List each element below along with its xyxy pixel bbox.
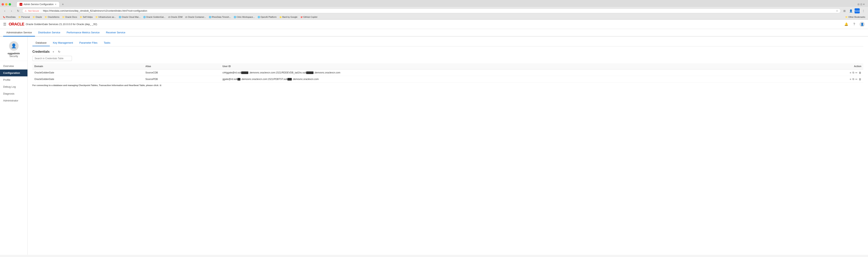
credential-alias-2: SourcePDB: [144, 76, 220, 83]
sidebar-item-administrator[interactable]: Administrator: [0, 97, 27, 104]
bookmark-folder-icon: 📁: [845, 16, 848, 18]
tab-database[interactable]: Database: [32, 40, 50, 46]
bookmark-web-icon: 🌐: [143, 16, 146, 18]
bookmark-other[interactable]: 📁 Other Bookmarks: [844, 15, 866, 19]
tab-favicon: 14: [20, 3, 22, 6]
tab-performance-metrics-service[interactable]: Performance Metrics Service: [63, 29, 103, 36]
column-header-userid: User ID: [220, 63, 790, 69]
edit-icon[interactable]: ✏: [855, 78, 858, 81]
reload-button[interactable]: ↻: [16, 8, 21, 13]
tab-administration-service[interactable]: Administration Service: [3, 29, 35, 36]
bookmark-db-icon: 🗃: [185, 16, 187, 18]
sidebar-item-configuration[interactable]: Configuration: [0, 69, 27, 76]
oracle-logo: ORACLE Oracle GoldenGate Services 21.10.…: [9, 22, 97, 27]
avatar: 👤: [9, 41, 19, 51]
user-profile-icon[interactable]: 👤: [859, 22, 865, 27]
bookmark-rheodata[interactable]: 🔖 RheoData: [2, 15, 17, 19]
new-tab-button[interactable]: +: [60, 2, 65, 7]
tab-distribution-service[interactable]: Distribution Service: [35, 29, 63, 36]
bookmark-openai[interactable]: 🌐 OpenAI Platform: [256, 15, 278, 19]
maximize-button[interactable]: [9, 3, 11, 5]
bookmark-oracleitems[interactable]: 📁 OracleItems: [43, 15, 60, 19]
table-row: OracleGoldenGate SourceCDB c##ggate@rd.s…: [32, 69, 863, 76]
copy-icon[interactable]: ⧉: [852, 71, 854, 74]
window-controls: ⊟ ⊡ ✕: [856, 2, 866, 6]
forward-button[interactable]: ›: [9, 8, 14, 13]
url-text: https://rheodata.com/services/dep_ctmsbo…: [43, 9, 834, 12]
masked-text: ████: [241, 71, 248, 74]
credentials-title: Credentials: [32, 50, 50, 54]
extensions-button[interactable]: ⊞: [842, 8, 847, 13]
menu-button[interactable]: ⋮: [861, 8, 866, 13]
bookmark-citrix[interactable]: 🌐 Citrix Workspace...: [232, 15, 256, 19]
bookmark-infra[interactable]: 📁 Infrastructure as...: [94, 15, 117, 19]
hamburger-menu[interactable]: ☰: [3, 22, 6, 27]
tab-tasks[interactable]: Tasks: [100, 40, 114, 46]
bookmark-web-icon: 🌐: [257, 16, 260, 18]
bookmark-folder-icon: 📁: [33, 16, 35, 18]
delete-icon[interactable]: 🗑: [859, 78, 861, 81]
sidebar-item-overview[interactable]: Overview: [0, 63, 27, 69]
masked-text: ██: [287, 78, 292, 81]
bookmark-oracle-cloud[interactable]: 🌐 Oracle Cloud Mar...: [118, 15, 142, 19]
masked-text: █: [238, 78, 240, 81]
oracle-logo-subtitle: Oracle GoldenGate Services 21.10.0.0.0 f…: [26, 23, 97, 26]
bookmark-bard[interactable]: 🌟 Bard by Google: [278, 15, 299, 19]
bookmark-web-icon: 🌐: [209, 16, 211, 18]
bookmark-oracle[interactable]: 📁 Oracle: [31, 15, 43, 19]
bookmark-db-icon: 🗃: [168, 16, 170, 18]
edit-icon[interactable]: ✏: [855, 71, 858, 74]
help-icon[interactable]: ?: [851, 22, 857, 27]
sidebar: 👤 oggadmin Security Overview Configurati…: [0, 36, 28, 255]
oracle-logo-text: ORACLE: [9, 22, 24, 27]
credential-domain-1: OracleGoldenGate: [32, 69, 144, 76]
credential-alias-1: SourceCDB: [144, 69, 220, 76]
avatar-username: oggadmin: [7, 52, 20, 55]
notifications-bell-icon[interactable]: 🔔: [843, 22, 849, 27]
profile-button[interactable]: 👤: [848, 8, 854, 13]
bookmark-folder-icon: 📁: [95, 16, 98, 18]
bookmark-star-icon: 🌟: [279, 16, 282, 18]
bookmark-oracle-zdm[interactable]: 🗃 Oracle ZDM: [167, 15, 184, 19]
table-icon[interactable]: ⊞: [160, 84, 161, 87]
paused-button[interactable]: Paused: [855, 8, 860, 13]
credential-actions-1: ≡ ⧉ ✏ 🗑: [790, 69, 863, 76]
search-credentials-input[interactable]: [32, 56, 72, 61]
browser-tab-active[interactable]: 14 Admin Service Configuration ✕: [17, 2, 59, 7]
sidebar-item-diagnosis[interactable]: Diagnosis: [0, 90, 27, 97]
bookmark-self-helps[interactable]: 📁 Self Helps: [79, 15, 94, 19]
sidebar-item-profile[interactable]: Profile: [0, 76, 27, 83]
credentials-footer-note: For connecting to a database and managin…: [32, 84, 863, 87]
delete-icon[interactable]: 🗑: [859, 71, 861, 74]
close-button[interactable]: [2, 3, 4, 5]
bookmarks-bar: 🔖 RheoData 📁 Personal 📁 Oracle 📁 OracleI…: [0, 15, 868, 19]
bookmark-oracle-container[interactable]: 🗃 Oracle Container...: [184, 15, 207, 19]
tab-parameter-files[interactable]: Parameter Files: [76, 40, 101, 46]
bookmark-personal[interactable]: 📁 Personal: [17, 15, 31, 19]
table-row: OracleGoldenGate SourcePDB ggate@rd.sub█…: [32, 76, 863, 83]
sidebar-item-debug-log[interactable]: Debug Log: [0, 83, 27, 90]
back-button[interactable]: ‹: [2, 8, 7, 13]
bookmark-oracle-gg[interactable]: 🌐 Oracle GoldenGat...: [142, 15, 167, 19]
bookmark-folder-icon: 📁: [62, 16, 65, 18]
view-details-icon[interactable]: ≡: [849, 71, 851, 74]
bookmark-rheodata-timesh[interactable]: 🌐 RheoData Timesh...: [208, 15, 232, 19]
address-bar[interactable]: ⚠ Not Secure | https://rheodata.com/serv…: [22, 8, 841, 13]
bookmark-github-icon: 🐙: [300, 16, 303, 18]
tab-close-button[interactable]: ✕: [55, 3, 57, 6]
bookmark-github-copilot[interactable]: 🐙 GitHub Copilot: [299, 15, 319, 19]
refresh-credentials-button[interactable]: ↻: [57, 50, 61, 54]
avatar-role-label: Security: [9, 55, 18, 58]
tab-key-management[interactable]: Key Management: [50, 40, 76, 46]
minimize-button[interactable]: [5, 3, 7, 5]
column-header-domain: Domain: [32, 63, 144, 69]
copy-icon[interactable]: ⧉: [852, 77, 854, 81]
add-credential-button[interactable]: +: [51, 50, 56, 54]
view-details-icon[interactable]: ≡: [849, 78, 851, 81]
column-header-action: Action: [790, 63, 863, 69]
bookmark-star-icon[interactable]: ☆: [836, 9, 838, 12]
bookmark-icon: 🔖: [3, 16, 5, 18]
masked-text: ████: [306, 71, 313, 74]
tab-receiver-service[interactable]: Receiver Service: [103, 29, 128, 36]
bookmark-oracle-docs[interactable]: 📁 Oracle Docs: [61, 15, 79, 19]
